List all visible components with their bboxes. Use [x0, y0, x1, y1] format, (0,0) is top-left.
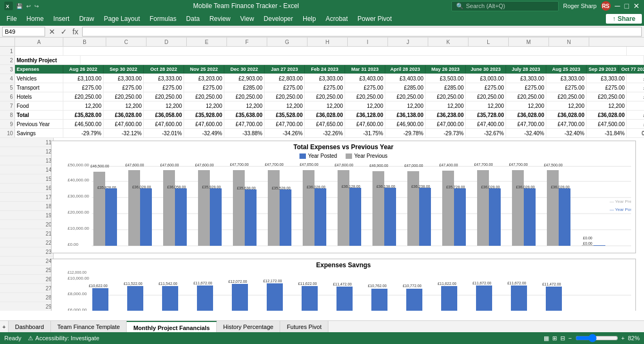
col-I[interactable]: I [348, 38, 388, 46]
cell[interactable]: £20,250.00 [466, 92, 506, 101]
header-cell-date1[interactable]: Aug 26 2022 [63, 65, 104, 74]
cell[interactable]: 12,200 [224, 101, 265, 110]
cell[interactable]: £47,600.00 [184, 120, 224, 128]
cell[interactable]: £20,250.00 [345, 92, 385, 101]
cell[interactable]: £3,303.00 [546, 74, 587, 83]
cell[interactable]: £46,900.00 [385, 120, 426, 128]
cell[interactable]: -32.12% [104, 129, 144, 137]
cell[interactable]: £36,058.00 [144, 111, 184, 119]
header-cell-date4[interactable]: Nov 25 2022 [184, 65, 224, 74]
cell[interactable]: £20,250.00 [587, 92, 627, 101]
cell[interactable]: £47,700.00 [546, 120, 587, 128]
menu-insert[interactable]: Insert [49, 14, 74, 24]
cell[interactable]: 12,200 [385, 101, 426, 110]
cell[interactable]: -32.40% [506, 129, 546, 137]
cell-name-box[interactable]: B49 [2, 27, 45, 36]
header-cell-date3[interactable]: Oct 28 2022 [144, 65, 184, 74]
cell[interactable]: £275.00 [345, 83, 385, 92]
col-A[interactable]: A [15, 38, 63, 46]
cell[interactable]: £275.00 [305, 83, 345, 92]
cell[interactable]: £20,250.00 [426, 92, 466, 101]
cell[interactable]: 12,200 [426, 101, 466, 110]
close-button[interactable]: ✕ [633, 2, 640, 10]
cell[interactable]: £20,250.00 [546, 92, 587, 101]
savings-label[interactable]: Savings [15, 129, 63, 137]
cell[interactable]: £275.00 [144, 83, 184, 92]
tab-futures-pivot[interactable]: Futures Pivot [280, 321, 328, 332]
cell[interactable]: £47,600.00 [144, 120, 184, 128]
cell[interactable]: £285.00 [426, 83, 466, 92]
cell[interactable]: £275.00 [104, 83, 144, 92]
cell[interactable] [63, 47, 627, 55]
menu-page-layout[interactable]: Page Layout [99, 14, 144, 24]
cell[interactable]: £0.00 [627, 111, 644, 119]
menu-developer[interactable]: Developer [259, 14, 297, 24]
restore-button[interactable]: □ [625, 2, 629, 10]
cell[interactable]: £35,638.00 [224, 111, 265, 119]
cell[interactable]: £275.00 [63, 83, 104, 92]
col-E[interactable]: E [187, 38, 227, 46]
cell[interactable]: £275.00 [546, 83, 587, 92]
share-button[interactable]: ↑ Share [606, 14, 642, 24]
cell[interactable]: 12,200 [104, 101, 144, 110]
col-M[interactable]: M [509, 38, 549, 46]
cell[interactable]: £275.00 [265, 83, 305, 92]
menu-draw[interactable]: Draw [75, 14, 98, 24]
cell[interactable] [15, 47, 63, 55]
cell[interactable]: £36,028.00 [305, 111, 345, 119]
formula-input[interactable] [82, 27, 642, 36]
cell[interactable]: £36,028.00 [104, 111, 144, 119]
header-cell-date8[interactable]: Mar 31 2023 [345, 65, 385, 74]
col-D[interactable]: D [147, 38, 187, 46]
cell[interactable]: £47,400.00 [466, 120, 506, 128]
cell[interactable] [627, 101, 644, 110]
cell[interactable]: -29.78% [385, 129, 426, 137]
cell[interactable]: £20,250.00 [63, 92, 104, 101]
zoom-slider[interactable] [575, 336, 618, 340]
col-N[interactable]: N [549, 38, 589, 46]
cell[interactable]: £3,333.00 [144, 74, 184, 83]
menu-review[interactable]: Review [205, 14, 235, 24]
cell[interactable]: £47,700.00 [224, 120, 265, 128]
cell[interactable]: £47,000.00 [426, 120, 466, 128]
cell[interactable]: £36,128.00 [345, 111, 385, 119]
cell[interactable]: £20,250.00 [305, 92, 345, 101]
cell[interactable]: £36,028.00 [546, 111, 587, 119]
vehicles-label[interactable]: Vehicles [15, 74, 63, 83]
cell[interactable]: -32.01% [144, 129, 184, 137]
col-G[interactable]: G [267, 38, 308, 46]
cell[interactable]: 0.00% [627, 129, 644, 137]
cell[interactable]: £3,303.00 [587, 74, 627, 83]
header-cell-date11[interactable]: June 30 2023 [466, 65, 506, 74]
col-C[interactable]: C [106, 38, 147, 46]
header-cell-date2[interactable]: Sep 30 2022 [104, 65, 144, 74]
cell[interactable]: £275.00 [587, 83, 627, 92]
prev-year-label[interactable]: Previous Year [15, 120, 63, 128]
cell[interactable]: 12,200 [63, 101, 104, 110]
cell[interactable]: £35,728.00 [466, 111, 506, 119]
cell[interactable]: £20,250.00 [224, 92, 265, 101]
cell[interactable]: -29.79% [63, 129, 104, 137]
cell[interactable]: 12,200 [144, 101, 184, 110]
cell[interactable]: £35,928.00 [184, 111, 224, 119]
header-cell-date14[interactable]: Sep 29 2023 [587, 65, 619, 74]
header-cell-date13[interactable]: Aug 25 2023 [546, 65, 587, 74]
cell[interactable]: £0.00 [627, 83, 644, 92]
food-label[interactable]: Food [15, 101, 63, 110]
page-layout-icon[interactable]: ⊞ [552, 335, 557, 342]
header-cell-date10[interactable]: May 26 2023 [426, 65, 466, 74]
col-J[interactable]: J [388, 38, 428, 46]
header-cell-date15[interactable]: Oct 77 2023 [619, 65, 644, 74]
cell[interactable]: £20,250.00 [385, 92, 426, 101]
cell[interactable]: -32.40% [546, 129, 587, 137]
sheet-view-icon[interactable]: ▦ [544, 335, 549, 342]
cell[interactable]: £46,500.00 [63, 120, 104, 128]
cell[interactable]: 12,200 [345, 101, 385, 110]
search-bar[interactable]: 🔍 Search (Alt+Q) [451, 1, 559, 11]
cell[interactable]: £47,600.00 [345, 120, 385, 128]
confirm-edit-button[interactable]: ✓ [59, 27, 69, 36]
minimize-button[interactable]: ─ [615, 2, 620, 10]
cell[interactable] [80, 56, 644, 64]
cell[interactable]: 12,200 [184, 101, 224, 110]
cell[interactable]: £3,203.00 [184, 74, 224, 83]
